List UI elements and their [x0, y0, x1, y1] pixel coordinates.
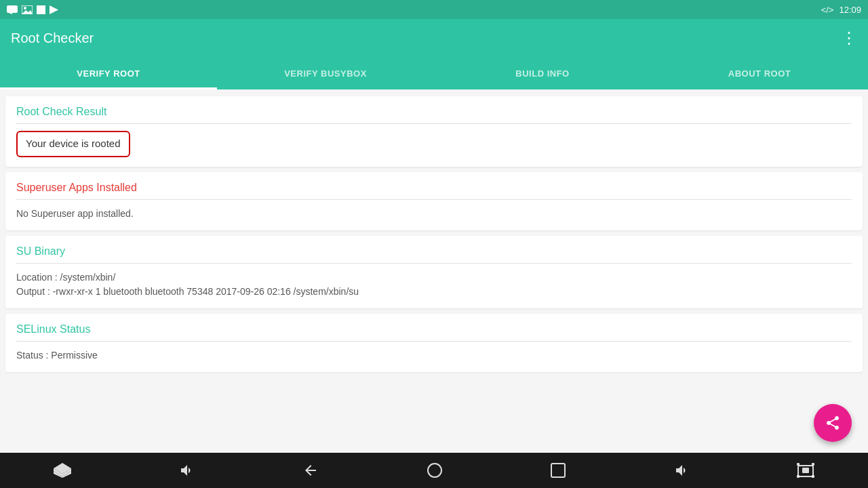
app-wrapper: </> 12:09 Root Checker ⋮ VERIFY ROOT VER…	[0, 0, 868, 488]
share-icon	[825, 415, 841, 431]
su-binary-line1: Location : /system/xbin/	[16, 270, 852, 285]
card-body-superuser: No Superuser app installed.	[16, 207, 852, 221]
card-su-binary: SU Binary Location : /system/xbin/ Outpu…	[5, 236, 863, 308]
nav-volume-icon[interactable]	[179, 462, 195, 479]
nav-screenshot-icon[interactable]	[797, 463, 814, 478]
play-icon	[50, 5, 58, 14]
card-body-root-check: Your device is rooted	[16, 131, 852, 157]
card-title-superuser: Superuser Apps Installed	[16, 182, 852, 200]
toolbar: Root Checker ⋮	[0, 19, 868, 57]
svg-rect-15	[797, 475, 800, 478]
code-icon: </>	[821, 5, 834, 15]
share-fab[interactable]	[814, 404, 852, 442]
card-body-selinux: Status : Permissive	[16, 348, 852, 363]
svg-point-3	[24, 7, 26, 9]
svg-marker-1	[9, 13, 12, 14]
nav-layers-icon[interactable]	[54, 463, 71, 478]
card-title-su-binary: SU Binary	[16, 245, 852, 264]
status-icons	[7, 5, 58, 14]
card-body-su-binary: Location : /system/xbin/ Output : -rwxr-…	[16, 270, 852, 299]
tab-about-root[interactable]: ABOUT ROOT	[651, 57, 868, 89]
svg-rect-16	[812, 475, 814, 478]
status-bar: </> 12:09	[0, 0, 868, 19]
svg-rect-5	[37, 5, 45, 14]
tab-bar: VERIFY ROOT VERIFY BUSYBOX BUILD INFO AB…	[0, 57, 868, 89]
nav-recents-icon[interactable]	[551, 463, 566, 478]
rooted-badge: Your device is rooted	[16, 131, 130, 157]
stop-icon	[37, 5, 45, 14]
image-icon	[22, 5, 33, 14]
card-superuser-apps: Superuser Apps Installed No Superuser ap…	[5, 172, 863, 230]
card-selinux-status: SELinux Status Status : Permissive	[5, 314, 863, 372]
message-icon	[7, 5, 18, 14]
su-binary-line2: Output : -rwxr-xr-x 1 bluetooth bluetoot…	[16, 285, 852, 299]
app-title: Root Checker	[11, 30, 94, 46]
nav-bar	[0, 453, 868, 488]
card-root-check-result: Root Check Result Your device is rooted	[5, 96, 863, 167]
status-right: </> 12:09	[821, 5, 861, 15]
nav-back-icon[interactable]	[302, 462, 319, 479]
content-area: Root Check Result Your device is rooted …	[0, 89, 868, 453]
tab-verify-busybox[interactable]: VERIFY BUSYBOX	[217, 57, 434, 89]
card-title-selinux: SELinux Status	[16, 323, 852, 342]
svg-point-10	[428, 464, 441, 477]
card-title-root-check: Root Check Result	[16, 106, 852, 124]
status-time: 12:09	[839, 5, 861, 15]
more-button[interactable]: ⋮	[841, 28, 857, 47]
nav-volume-down-icon[interactable]	[673, 462, 689, 479]
svg-rect-13	[797, 463, 800, 466]
tab-verify-root[interactable]: VERIFY ROOT	[0, 57, 217, 89]
svg-rect-11	[551, 464, 565, 477]
svg-rect-17	[802, 468, 809, 473]
tab-build-info[interactable]: BUILD INFO	[434, 57, 651, 89]
svg-marker-4	[22, 10, 33, 14]
svg-marker-6	[50, 5, 58, 14]
svg-rect-0	[7, 5, 18, 13]
nav-home-icon[interactable]	[427, 462, 443, 479]
svg-rect-14	[812, 463, 814, 466]
